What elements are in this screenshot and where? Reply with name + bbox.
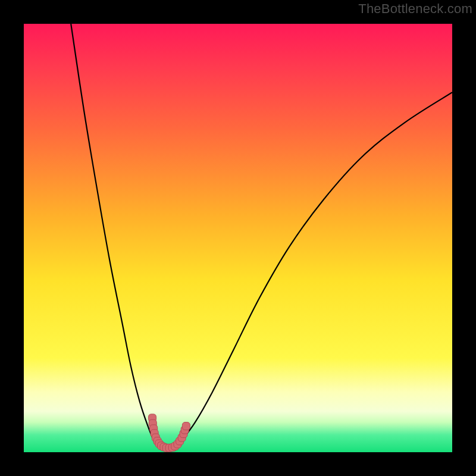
watermark-text: TheBottleneck.com: [358, 1, 472, 17]
chart-frame: TheBottleneck.com: [0, 0, 476, 476]
svg-rect-0: [24, 24, 452, 452]
plot-area: [24, 24, 452, 452]
background-gradient: [24, 24, 452, 452]
